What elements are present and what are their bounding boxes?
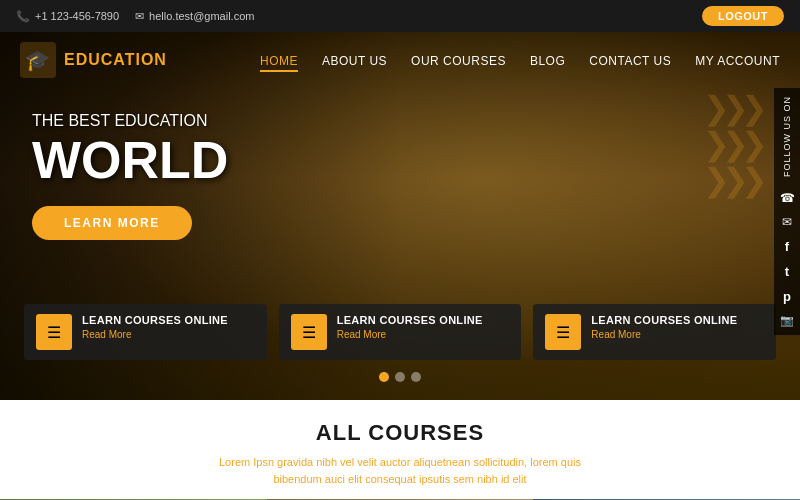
card-icon-3: ☰: [545, 314, 581, 350]
nav-link-blog[interactable]: BLOG: [530, 54, 565, 68]
description-line-2: bibendum auci elit consequat ipsutis sem…: [273, 473, 526, 485]
dot-1[interactable]: [379, 372, 389, 382]
course-card-1: ☰ LEARN COURSES ONLINE Read More: [24, 304, 267, 360]
card-text-3: LEARN COURSES ONLINE Read More: [591, 314, 737, 340]
graduation-cap-icon: 🎓: [25, 48, 51, 72]
card-title-2: LEARN COURSES ONLINE: [337, 314, 483, 326]
hero-section: ❯❯❯ ❯❯❯ ❯❯❯ 🎓 EDUCATION HOME ABOUT US OU…: [0, 32, 800, 400]
nav-item-contact[interactable]: CONTACT US: [589, 51, 671, 69]
description-line-1: Lorem Ipsn gravida nibh vel velit auctor…: [219, 456, 581, 468]
hero-title: WORLD: [32, 134, 228, 186]
card-title-3: LEARN COURSES ONLINE: [591, 314, 737, 326]
nav-links: HOME ABOUT US OUR COURSES BLOG CONTACT U…: [260, 51, 780, 69]
main-nav: 🎓 EDUCATION HOME ABOUT US OUR COURSES BL…: [0, 32, 800, 88]
decorative-chevrons: ❯❯❯ ❯❯❯ ❯❯❯: [703, 92, 760, 196]
email-address: hello.test@gmail.com: [149, 10, 254, 22]
logo-icon: 🎓: [20, 42, 56, 78]
nav-link-courses[interactable]: OUR COURSES: [411, 54, 506, 68]
top-bar: 📞 +1 123-456-7890 ✉ hello.test@gmail.com…: [0, 0, 800, 32]
card-icon-1: ☰: [36, 314, 72, 350]
all-courses-heading: ALL COURSES: [20, 420, 780, 446]
logo: 🎓 EDUCATION: [20, 42, 167, 78]
card-link-1[interactable]: Read More: [82, 329, 228, 340]
logo-text: EDUCATION: [64, 51, 167, 69]
card-title-1: LEARN COURSES ONLINE: [82, 314, 228, 326]
card-icon-2: ☰: [291, 314, 327, 350]
learn-more-button[interactable]: LEARN MORE: [32, 206, 192, 240]
nav-link-home[interactable]: HOME: [260, 54, 298, 72]
slider-dots: [379, 372, 421, 382]
follow-sidebar: FOLLOW US ON ☎ ✉ f t p 📷: [774, 88, 800, 335]
nav-link-account[interactable]: MY ACCOUNT: [695, 54, 780, 68]
hero-content: THE BEST EDUCATION WORLD LEARN MORE: [32, 112, 228, 240]
phone-info: 📞 +1 123-456-7890: [16, 10, 119, 23]
twitter-icon[interactable]: t: [778, 264, 796, 279]
nav-item-courses[interactable]: OUR COURSES: [411, 51, 506, 69]
nav-link-about[interactable]: ABOUT US: [322, 54, 387, 68]
nav-item-blog[interactable]: BLOG: [530, 51, 565, 69]
course-cards: ☰ LEARN COURSES ONLINE Read More ☰ LEARN…: [0, 304, 800, 360]
card-text-2: LEARN COURSES ONLINE Read More: [337, 314, 483, 340]
contact-info: 📞 +1 123-456-7890 ✉ hello.test@gmail.com: [16, 10, 254, 23]
phone-number: +1 123-456-7890: [35, 10, 119, 22]
follow-label: FOLLOW US ON: [782, 96, 792, 177]
dot-3[interactable]: [411, 372, 421, 382]
courses-icon-1: ☰: [47, 323, 61, 342]
email-social-icon[interactable]: ✉: [778, 215, 796, 229]
facebook-icon[interactable]: f: [778, 239, 796, 254]
courses-icon-2: ☰: [302, 323, 316, 342]
card-link-3[interactable]: Read More: [591, 329, 737, 340]
pinterest-icon[interactable]: p: [778, 289, 796, 304]
nav-link-contact[interactable]: CONTACT US: [589, 54, 671, 68]
phone-icon: 📞: [16, 10, 30, 23]
phone-social-icon[interactable]: ☎: [778, 191, 796, 205]
logout-button[interactable]: LOGOUT: [702, 6, 784, 26]
course-card-2: ☰ LEARN COURSES ONLINE Read More: [279, 304, 522, 360]
email-icon: ✉: [135, 10, 144, 23]
nav-item-home[interactable]: HOME: [260, 51, 298, 69]
all-courses-section: ALL COURSES Lorem Ipsn gravida nibh vel …: [0, 400, 800, 499]
card-text-1: LEARN COURSES ONLINE Read More: [82, 314, 228, 340]
instagram-icon[interactable]: 📷: [778, 314, 796, 327]
dot-2[interactable]: [395, 372, 405, 382]
all-courses-description: Lorem Ipsn gravida nibh vel velit auctor…: [20, 454, 780, 487]
course-card-3: ☰ LEARN COURSES ONLINE Read More: [533, 304, 776, 360]
card-link-2[interactable]: Read More: [337, 329, 483, 340]
email-info: ✉ hello.test@gmail.com: [135, 10, 254, 23]
courses-icon-3: ☰: [556, 323, 570, 342]
nav-item-about[interactable]: ABOUT US: [322, 51, 387, 69]
nav-item-account[interactable]: MY ACCOUNT: [695, 51, 780, 69]
hero-subtitle: THE BEST EDUCATION: [32, 112, 228, 130]
